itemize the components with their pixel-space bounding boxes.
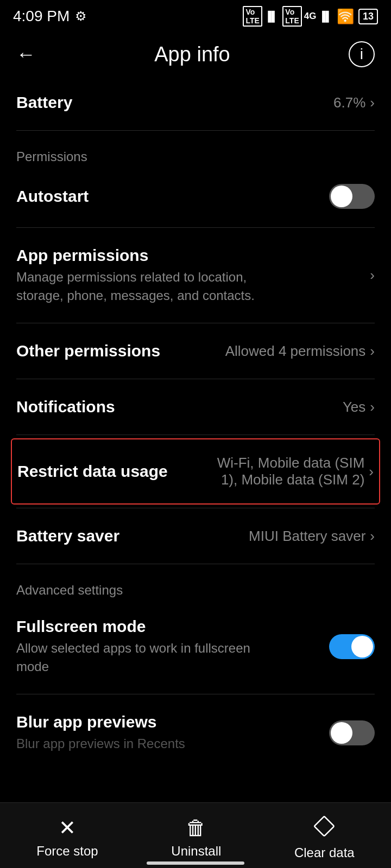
bottom-bar: ✕ Force stop 🗑 Uninstall Clear data bbox=[0, 802, 391, 868]
restrict-data-row[interactable]: Restrict data usage Wi-Fi, Mobile data (… bbox=[11, 438, 380, 505]
restrict-data-value: Wi-Fi, Mobile data (SIM 1), Mobile data … bbox=[212, 455, 364, 488]
other-permissions-row[interactable]: Other permissions Allowed 4 permissions … bbox=[16, 327, 375, 375]
permissions-section-label: Permissions bbox=[16, 134, 375, 169]
divider-8 bbox=[16, 694, 375, 694]
blur-previews-toggle-thumb bbox=[331, 722, 352, 744]
blur-previews-label: Blur app previews bbox=[16, 713, 329, 731]
back-button[interactable]: ← bbox=[16, 43, 36, 66]
wifi-icon: 🛜 bbox=[337, 8, 354, 25]
status-bar: 4:09 PM ⚙ VoLTE ▐▌ VoLTE 4G ▐▌ 🛜 13 bbox=[0, 0, 391, 30]
battery-label: Battery bbox=[16, 93, 333, 112]
info-button[interactable]: i bbox=[349, 41, 375, 67]
4g-label: 4G bbox=[304, 11, 317, 22]
clear-data-icon bbox=[314, 816, 335, 840]
battery-saver-label: Battery saver bbox=[16, 527, 249, 545]
signal-group-2: VoLTE 4G ▐▌ bbox=[282, 6, 332, 27]
clear-data-button[interactable]: Clear data bbox=[294, 816, 355, 860]
clear-data-label: Clear data bbox=[294, 845, 355, 860]
info-icon: i bbox=[360, 46, 363, 63]
home-indicator bbox=[147, 861, 244, 865]
battery-row[interactable]: Battery 6.7% › bbox=[16, 78, 375, 127]
header: ← App info i bbox=[0, 30, 391, 78]
divider-4 bbox=[16, 379, 375, 379]
advanced-section-label: Advanced settings bbox=[16, 567, 375, 602]
divider-6 bbox=[16, 508, 375, 508]
divider-5 bbox=[16, 435, 375, 435]
notifications-chevron-icon: › bbox=[370, 399, 375, 416]
blur-previews-row[interactable]: Blur app previews Blur app previews in R… bbox=[16, 698, 375, 768]
app-permissions-subtitle: Manage permissions related to location, … bbox=[16, 268, 277, 304]
autostart-row[interactable]: Autostart bbox=[16, 169, 375, 224]
notifications-value: Yes bbox=[343, 399, 365, 416]
force-stop-icon: ✕ bbox=[59, 818, 76, 838]
autostart-toggle[interactable] bbox=[329, 184, 375, 209]
fullscreen-toggle[interactable] bbox=[329, 634, 375, 659]
uninstall-label: Uninstall bbox=[171, 844, 221, 859]
volte-icon-2: VoLTE bbox=[282, 6, 301, 27]
fullscreen-row[interactable]: Fullscreen mode Allow selected apps to w… bbox=[16, 602, 375, 691]
app-permissions-chevron-icon: › bbox=[370, 267, 375, 284]
notifications-row[interactable]: Notifications Yes › bbox=[16, 382, 375, 431]
signal-bars-1: ▐▌ bbox=[264, 11, 279, 22]
time-label: 4:09 PM bbox=[13, 8, 70, 25]
battery-value: 13 bbox=[363, 11, 374, 22]
divider-2 bbox=[16, 227, 375, 228]
app-permissions-label: App permissions bbox=[16, 246, 370, 265]
app-permissions-row[interactable]: App permissions Manage permissions relat… bbox=[16, 231, 375, 320]
battery-status: 13 bbox=[358, 9, 378, 24]
autostart-toggle-thumb bbox=[331, 186, 352, 207]
restrict-data-chevron-icon: › bbox=[369, 463, 374, 480]
svg-rect-0 bbox=[314, 816, 335, 837]
page-title: App info bbox=[154, 43, 230, 66]
fullscreen-label: Fullscreen mode bbox=[16, 617, 329, 636]
divider-3 bbox=[16, 323, 375, 323]
force-stop-label: Force stop bbox=[36, 844, 98, 859]
divider-1 bbox=[16, 130, 375, 131]
other-permissions-value: Allowed 4 permissions bbox=[225, 343, 366, 360]
force-stop-button[interactable]: ✕ Force stop bbox=[36, 818, 98, 859]
notifications-label: Notifications bbox=[16, 398, 343, 416]
battery-saver-row[interactable]: Battery saver MIUI Battery saver › bbox=[16, 512, 375, 560]
fullscreen-subtitle: Allow selected apps to work in fullscree… bbox=[16, 639, 277, 675]
uninstall-icon: 🗑 bbox=[186, 818, 206, 838]
signal-group-1: VoLTE ▐▌ bbox=[243, 6, 278, 27]
battery-chevron-icon: › bbox=[370, 94, 375, 111]
battery-value-text: 6.7% bbox=[333, 94, 365, 111]
blur-previews-toggle[interactable] bbox=[329, 720, 375, 745]
other-permissions-chevron-icon: › bbox=[370, 343, 375, 360]
signal-bars-2: ▐▌ bbox=[318, 11, 332, 22]
battery-saver-chevron-icon: › bbox=[370, 528, 375, 545]
status-icons: VoLTE ▐▌ VoLTE 4G ▐▌ 🛜 13 bbox=[243, 6, 378, 27]
autostart-label: Autostart bbox=[16, 187, 329, 206]
battery-saver-value: MIUI Battery saver bbox=[249, 528, 365, 545]
other-permissions-label: Other permissions bbox=[16, 342, 225, 360]
restrict-data-label: Restrict data usage bbox=[17, 462, 212, 481]
divider-7 bbox=[16, 564, 375, 564]
fullscreen-toggle-thumb bbox=[351, 636, 373, 658]
uninstall-button[interactable]: 🗑 Uninstall bbox=[171, 818, 221, 859]
settings-icon: ⚙ bbox=[75, 9, 87, 24]
status-time: 4:09 PM ⚙ bbox=[13, 8, 87, 25]
content: Battery 6.7% › Permissions Autostart App… bbox=[0, 78, 391, 855]
volte-icon-1: VoLTE bbox=[243, 6, 262, 27]
blur-previews-subtitle: Blur app previews in Recents bbox=[16, 735, 277, 753]
